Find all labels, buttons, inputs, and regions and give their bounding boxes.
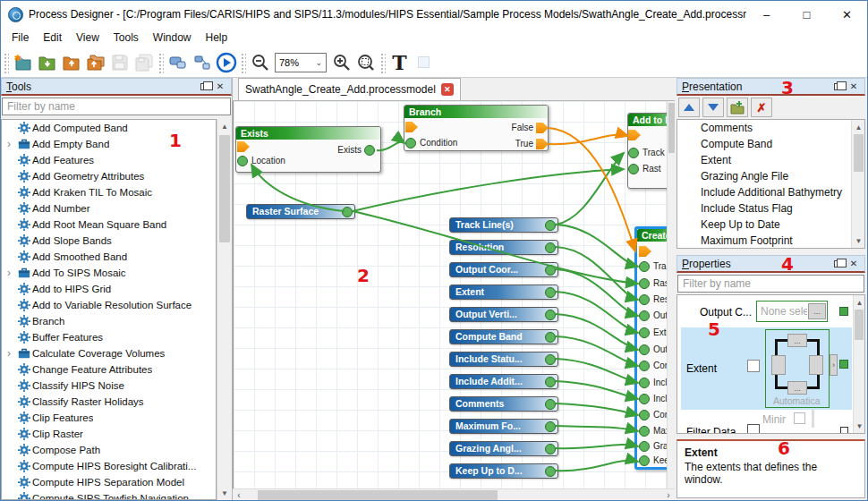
param-node-resolution[interactable]: Resolution [449,240,558,255]
extent-expand-button[interactable]: › [830,354,838,376]
new-model-button[interactable]: ✱ [11,50,35,74]
data-port[interactable] [628,164,639,174]
data-port[interactable] [639,327,650,338]
scrollbar-thumb[interactable] [854,134,864,172]
tool-item[interactable]: Add Computed Band [2,120,216,136]
data-port[interactable] [639,410,650,420]
scroll-down-icon[interactable]: ▼ [852,234,865,248]
scroll-down-icon[interactable]: ▼ [854,419,865,433]
tool-item[interactable]: Clip Features [2,410,216,426]
tab-processmodel[interactable]: SwathAngle_Create_Add.processmodel ✕ [238,78,461,100]
tool-item[interactable]: Add to HIPS Grid [2,281,216,297]
output-port[interactable] [342,207,353,217]
output-port[interactable] [545,287,556,298]
extent-checkbox[interactable] [747,360,760,372]
scrollbar-thumb[interactable] [258,490,498,500]
output-port[interactable] [545,310,556,320]
toolbar-grip[interactable] [157,52,164,73]
data-port[interactable] [639,310,650,321]
data-port[interactable] [639,426,650,437]
presentation-item[interactable]: Keep Up to Date [677,217,864,233]
data-port[interactable] [639,278,650,289]
expand-chevron-icon[interactable]: › [2,267,16,279]
output-port[interactable] [545,466,556,477]
data-port[interactable] [639,455,650,466]
param-node-keep-up-to-d-[interactable]: Keep Up to D... [449,463,558,479]
tool-item[interactable]: Classify HIPS Noise [2,378,216,394]
toolbar-grip[interactable] [3,52,9,73]
output-port[interactable] [545,242,556,253]
param-node-comments[interactable]: Comments [449,396,558,412]
text-tool-button[interactable]: T [387,50,412,74]
auto-arrange-button[interactable] [166,50,190,74]
tool-item[interactable]: Change Feature Attributes [2,361,216,378]
move-down-button[interactable] [702,98,724,117]
tool-item[interactable]: Compute HIPS Separation Model [2,474,216,490]
tools-scrollbar[interactable]: ▲ ▼ [217,119,232,500]
output-port[interactable] [545,377,556,387]
menu-edit[interactable]: Edit [36,30,69,46]
scroll-down-icon[interactable]: ▼ [217,486,232,500]
tool-item[interactable]: Add Features [2,152,216,168]
scrollbar-track[interactable] [245,489,662,500]
tool-item[interactable]: Add to Variable Resolution Surface [2,297,216,313]
export-model-button[interactable] [83,50,107,74]
expand-chevron-icon[interactable]: › [2,347,16,360]
minimum-checkbox[interactable] [794,412,805,424]
float-panel-button[interactable] [198,81,210,93]
tool-item[interactable]: ›Calculate Coverage Volumes [2,345,216,361]
param-node-extent[interactable]: Extent [449,284,558,300]
presentation-item[interactable]: Include Status Flag [677,200,864,217]
data-port[interactable] [639,344,650,355]
data-port[interactable] [639,441,650,452]
extent-widget[interactable]: ... ... Automatica [765,329,830,408]
data-port[interactable] [364,145,375,156]
zoom-in-button[interactable] [329,50,353,74]
param-node-output-coor-[interactable]: Output Coor... [449,262,558,277]
param-node-track-line-s-[interactable]: Track Line(s) [449,217,558,233]
move-up-button[interactable] [678,98,700,117]
tool-item[interactable]: Add Root Mean Square Band [2,217,216,233]
data-port[interactable] [639,361,650,371]
tool-item[interactable]: Buffer Features [2,329,216,345]
presentation-item[interactable]: Compute Band [677,136,864,152]
data-port[interactable] [628,148,639,158]
param-node-include-statu-[interactable]: Include Statu... [449,352,558,367]
tool-item[interactable]: Compute SIPS Towfish Navigation [2,490,216,500]
param-node-maximum-fo-[interactable]: Maximum Fo... [449,419,558,434]
float-panel-button[interactable] [831,81,844,93]
extent-right-button[interactable] [809,355,823,375]
add-item-button[interactable] [727,98,748,117]
tool-item[interactable]: Add Geometry Attributes [2,168,216,184]
scroll-up-icon[interactable]: ▲ [852,120,865,134]
tool-item[interactable]: Branch [2,313,216,329]
scroll-left-icon[interactable]: ‹ [233,490,245,500]
close-panel-button[interactable]: ✕ [847,258,860,270]
tool-item[interactable]: Classify Raster Holidays [2,394,216,410]
param-node-raster-surface[interactable]: Raster Surface [246,204,355,219]
output-port[interactable] [545,220,556,231]
tool-item[interactable]: Add Smoothed Band [2,249,216,265]
tool-item[interactable]: Clip Raster [2,426,216,442]
import-model-button[interactable] [59,50,83,74]
tool-item[interactable]: ›Add To SIPS Mosaic [2,265,216,281]
extent-top-button[interactable]: ... [787,334,807,347]
output-port[interactable] [545,444,556,454]
save-button[interactable] [107,50,132,74]
data-port[interactable] [237,156,248,166]
output-port[interactable] [545,265,556,276]
tool-item[interactable]: Add Number [2,200,216,217]
tool-item[interactable]: Compose Path [2,442,216,458]
canvas-hscrollbar[interactable]: ‹ › [233,488,675,500]
presentation-item[interactable]: Include Additional Bathymetry [677,184,864,200]
float-panel-button[interactable] [831,258,844,270]
data-port[interactable] [639,294,650,305]
close-button[interactable]: ✕ [827,1,867,28]
zoom-fit-button[interactable] [353,50,378,74]
scroll-right-icon[interactable]: › [662,490,675,500]
presentation-scrollbar[interactable]: ▲ ▼ [851,120,864,248]
shape-tool-button[interactable] [412,50,436,74]
data-port[interactable] [405,138,416,149]
presentation-item[interactable]: Grazing Angle File [677,168,864,184]
delete-item-button[interactable]: ✗ [751,98,772,117]
